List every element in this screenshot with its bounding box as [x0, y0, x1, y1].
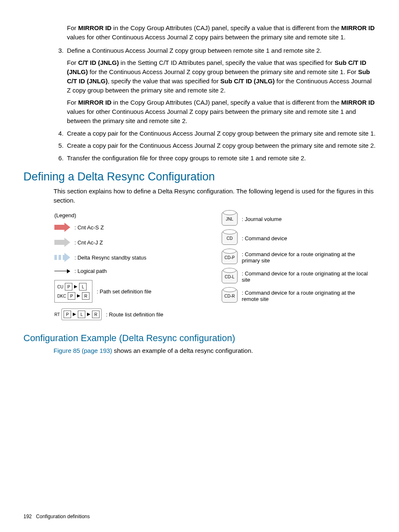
paragraph: For MIRROR ID in the Copy Group Attribut…	[67, 23, 376, 42]
footer-title: Configuration definitions	[36, 514, 90, 519]
term-mirror-id: MIRROR ID	[341, 24, 375, 31]
step-number: 6.	[54, 154, 64, 163]
legend-title: (Legend)	[54, 212, 205, 218]
term-mirror-id: MIRROR ID	[78, 24, 112, 31]
legend-label: : Logical path	[74, 268, 205, 274]
step-6: 6. Transfer the configuration file for t…	[54, 154, 376, 163]
section-intro: This section explains how to define a De…	[54, 187, 376, 205]
term-ctid: C/T ID (JNLG)	[78, 59, 119, 66]
step-number: 4.	[54, 129, 64, 138]
disk-icon: CD-R	[222, 289, 238, 303]
legend-item: : Cnt Ac-S Z	[54, 223, 205, 232]
legend-label: : Cnt Ac-J Z	[74, 239, 205, 246]
legend-right-column: JNL : Journal volume CD : Command device…	[222, 212, 372, 326]
step-lead: Create a copy pair for the Continuous Ac…	[67, 141, 376, 150]
legend-label: : Command device for a route originating…	[242, 290, 372, 302]
disk-icon: CD-L	[222, 270, 238, 283]
arrow-line-icon	[54, 268, 70, 274]
term-subctid: Sub C/T ID (JNLG)	[220, 77, 275, 85]
disk-icon: JNL	[222, 212, 238, 226]
legend-item: CUPL DKCPR : Path set definition file	[54, 280, 205, 303]
legend-label: : Command device for a route originating…	[242, 270, 372, 283]
figure-link[interactable]: Figure 85 (page 193)	[54, 347, 112, 354]
step-number: 5.	[54, 141, 64, 150]
heading-delta-resync: Defining a Delta Resync Configuration	[23, 170, 376, 183]
page-footer: 192 Configuration definitions	[23, 514, 90, 519]
procedure-list: 3. Define a Continuous Access Journal Z …	[54, 46, 376, 163]
legend-item: : Logical path	[54, 268, 205, 274]
legend-item: CD-P : Command device for a route origin…	[222, 251, 372, 264]
legend-item: JNL : Journal volume	[222, 212, 372, 226]
step-lead: Create a copy pair for the Continuous Ac…	[67, 129, 376, 138]
disk-icon: CD-P	[222, 251, 238, 264]
document-page: For MIRROR ID in the Copy Group Attribut…	[0, 0, 399, 532]
text: shows an example of a delta resync confi…	[112, 347, 253, 354]
step-number: 3.	[54, 46, 64, 55]
text: values for other Continuous Access Journ…	[67, 33, 345, 41]
legend-item: : Delta Resync standby status	[54, 253, 205, 262]
step-5: 5. Create a copy pair for the Continuous…	[54, 141, 376, 150]
pathset-diagram-icon: CUPL DKCPR	[54, 280, 92, 303]
disk-icon: CD	[222, 231, 238, 245]
legend-left-column: (Legend) : Cnt Ac-S Z : Cnt Ac-J Z : Del…	[54, 212, 205, 326]
step-lead: Define a Continuous Access Journal Z cop…	[67, 46, 376, 55]
term-mirror-id: MIRROR ID	[78, 99, 112, 106]
text: in the Copy Group Attributes (CAJ) panel…	[112, 24, 341, 31]
step-4: 4. Create a copy pair for the Continuous…	[54, 129, 376, 138]
heading-config-example: Configuration Example (Delta Resync conf…	[23, 333, 376, 344]
legend-item: RT PLR : Route list definition file	[54, 308, 205, 320]
term-mirror-id: MIRROR ID	[341, 99, 375, 106]
config-example-text: Figure 85 (page 193) shows an example of…	[54, 346, 376, 355]
legend-label: : Path set definition file	[97, 288, 205, 295]
legend-item: CD-R : Command device for a route origin…	[222, 289, 372, 303]
legend-label: : Route list definition file	[106, 311, 205, 318]
legend-item: : Cnt Ac-J Z	[54, 238, 205, 247]
arrow-dashed-icon	[54, 253, 70, 262]
step-detail: For MIRROR ID in the Copy Group Attribut…	[67, 98, 376, 125]
arrow-red-icon	[54, 223, 70, 232]
legend-label: : Command device	[242, 235, 372, 242]
step-lead: Transfer the configuration file for thre…	[67, 154, 376, 163]
step-3: 3. Define a Continuous Access Journal Z …	[54, 46, 376, 126]
legend-item: CD : Command device	[222, 231, 372, 245]
arrow-gray-icon	[54, 238, 70, 247]
legend-label: : Journal volume	[242, 216, 372, 222]
legend-label: : Command device for a route originating…	[242, 251, 372, 264]
legend-item: CD-L : Command device for a route origin…	[222, 270, 372, 283]
text: For	[67, 24, 78, 31]
legend-figure: (Legend) : Cnt Ac-S Z : Cnt Ac-J Z : Del…	[54, 212, 372, 326]
step-detail: For C/T ID (JNLG) in the Setting C/T ID …	[67, 58, 376, 95]
legend-label: : Delta Resync standby status	[74, 254, 205, 261]
legend-label: : Cnt Ac-S Z	[74, 224, 205, 231]
routelist-diagram-icon: RT PLR	[54, 308, 102, 320]
page-number: 192	[23, 514, 32, 519]
